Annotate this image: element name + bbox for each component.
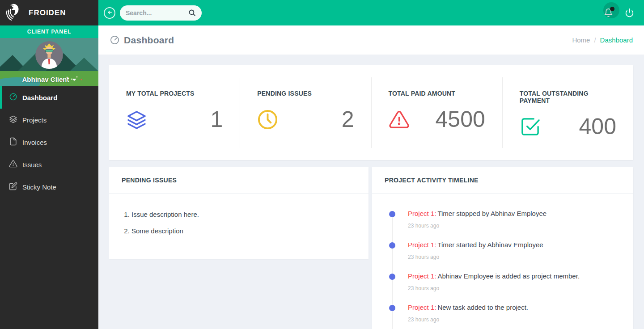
timeline-event-time: 23 hours ago <box>408 223 621 229</box>
timeline-event: Project 1:Timer started by Abhinav Emplo… <box>392 241 621 272</box>
brand[interactable]: FROIDEN <box>0 0 98 25</box>
timeline-event-time: 23 hours ago <box>408 254 621 260</box>
timeline-dot-icon <box>389 274 395 280</box>
logout-button[interactable] <box>625 8 634 17</box>
card-title: PENDING ISSUES <box>122 177 177 184</box>
sidebar-item-issues[interactable]: Issues <box>0 153 98 176</box>
chevron-down-icon <box>72 79 76 81</box>
timeline-event-title: Project 1:Timer stopped by Abhinav Emplo… <box>408 210 621 217</box>
topbar-actions <box>604 8 634 17</box>
pending-issues-card: PENDING ISSUES Issue description here. S… <box>109 167 369 259</box>
timeline-event: Project 1:New task added to the project.… <box>392 304 621 329</box>
pending-issues-body: Issue description here. Some description <box>109 194 369 259</box>
timeline-event-title: Project 1:Abhinav Employee is added as p… <box>408 272 621 280</box>
note-edit-icon <box>9 182 17 192</box>
list-item: Issue description here. <box>131 206 356 223</box>
timeline: Project 1:Timer stopped by Abhinav Emplo… <box>392 210 621 329</box>
stat-total-paid: TOTAL PAID AMOUNT 4500 <box>372 65 502 160</box>
stat-value: 4500 <box>436 108 485 131</box>
bird-logo-icon <box>5 2 24 24</box>
timeline-dot-icon <box>389 211 395 217</box>
project-link[interactable]: Project 1: <box>408 241 436 249</box>
user-menu[interactable]: Abhinav Client <box>0 76 98 83</box>
card-title: PROJECT ACTIVITY TIMELINE <box>385 177 479 184</box>
sidebar-item-label: Dashboard <box>22 94 57 101</box>
stat-label: MY TOTAL PROJECTS <box>126 90 223 97</box>
notifications-button[interactable] <box>604 8 613 17</box>
gauge-icon <box>110 35 120 45</box>
timeline-dot-icon <box>389 242 395 249</box>
search-box <box>120 5 202 21</box>
sidebar: FROIDEN CLIENT PANEL <box>0 0 98 329</box>
project-link[interactable]: Project 1: <box>408 272 436 280</box>
user-name: Abhinav Client <box>22 76 69 83</box>
timeline-body: Project 1:Timer stopped by Abhinav Emplo… <box>372 194 633 329</box>
stat-label: PENDING ISSUES <box>257 90 354 97</box>
timeline-event: Project 1:Abhinav Employee is added as p… <box>392 272 621 304</box>
project-activity-timeline-card: PROJECT ACTIVITY TIMELINE Project 1:Time… <box>372 167 633 329</box>
sidebar-item-label: Sticky Note <box>22 183 56 191</box>
warning-triangle-icon <box>389 109 410 130</box>
main-area: Dashboard Home / Dashboard MY TOTAL PROJ… <box>98 0 644 329</box>
topbar <box>98 0 644 25</box>
pending-issues-list: Issue description here. Some description <box>122 206 356 239</box>
timeline-event-title: Project 1:New task added to the project. <box>408 304 621 311</box>
app-root: FROIDEN CLIENT PANEL <box>0 0 644 329</box>
breadcrumb: Home / Dashboard <box>572 36 633 44</box>
stat-value: 400 <box>579 115 616 138</box>
search-icon[interactable] <box>188 9 196 17</box>
project-link[interactable]: Project 1: <box>408 210 436 217</box>
layers-icon <box>126 109 147 130</box>
brand-name: FROIDEN <box>29 8 66 17</box>
card-header: PROJECT ACTIVITY TIMELINE <box>372 167 633 194</box>
stat-total-projects: MY TOTAL PROJECTS 1 <box>109 65 240 160</box>
timeline-dot-icon <box>389 305 395 311</box>
stat-label: TOTAL OUTSTANDING PAYMENT <box>520 90 616 104</box>
stat-label: TOTAL PAID AMOUNT <box>389 90 485 97</box>
page-title-text: Dashboard <box>124 35 174 46</box>
timeline-event-text: Timer started by Abhinav Employee <box>437 241 543 249</box>
sidebar-item-invoices[interactable]: Invoices <box>0 131 98 153</box>
list-item: Some description <box>131 223 356 239</box>
timeline-event: Project 1:Timer stopped by Abhinav Emplo… <box>392 210 621 241</box>
power-icon <box>625 8 634 17</box>
notification-badge-dot <box>610 7 614 11</box>
card-header: PENDING ISSUES <box>109 167 369 194</box>
cards-row: PENDING ISSUES Issue description here. S… <box>109 167 633 329</box>
sidebar-item-label: Issues <box>22 161 42 169</box>
sidebar-item-label: Projects <box>22 116 47 124</box>
content: MY TOTAL PROJECTS 1 PENDING ISSUES 2 <box>98 55 644 329</box>
project-link[interactable]: Project 1: <box>408 304 436 311</box>
timeline-event-time: 23 hours ago <box>408 285 621 291</box>
warning-triangle-icon <box>9 160 17 169</box>
breadcrumb-current: Dashboard <box>600 36 633 44</box>
timeline-event-text: New task added to the project. <box>437 304 528 311</box>
timeline-event-text: Abhinav Employee is added as project mem… <box>437 272 580 280</box>
page-title: Dashboard <box>110 35 174 46</box>
timeline-event-text: Timer stopped by Abhinav Employee <box>437 210 547 217</box>
stat-value: 2 <box>342 108 354 131</box>
search-input[interactable] <box>126 9 188 17</box>
breadcrumb-home-link[interactable]: Home <box>572 36 590 44</box>
file-icon <box>9 137 17 147</box>
gauge-icon <box>9 93 17 102</box>
client-panel-label: CLIENT PANEL <box>0 25 98 38</box>
profile-section: Abhinav Client <box>0 38 98 86</box>
avatar[interactable] <box>35 41 63 69</box>
clock-icon <box>257 109 278 130</box>
sidebar-item-dashboard[interactable]: Dashboard <box>0 86 98 109</box>
sidebar-item-sticky-note[interactable]: Sticky Note <box>0 176 98 198</box>
page-header: Dashboard Home / Dashboard <box>98 25 644 55</box>
sidebar-item-label: Invoices <box>22 139 47 146</box>
sidebar-item-projects[interactable]: Projects <box>0 109 98 131</box>
sidebar-collapse-button[interactable] <box>104 7 115 19</box>
stat-value: 1 <box>210 108 223 131</box>
stats-card: MY TOTAL PROJECTS 1 PENDING ISSUES 2 <box>109 65 633 160</box>
check-square-icon <box>520 116 541 137</box>
layers-icon <box>9 115 17 125</box>
timeline-event-time: 23 hours ago <box>408 316 621 323</box>
breadcrumb-separator: / <box>594 36 596 44</box>
stat-pending-issues: PENDING ISSUES 2 <box>240 65 371 160</box>
sidebar-menu: Dashboard Projects Invoices Issues <box>0 86 98 329</box>
timeline-event-title: Project 1:Timer started by Abhinav Emplo… <box>408 241 621 249</box>
